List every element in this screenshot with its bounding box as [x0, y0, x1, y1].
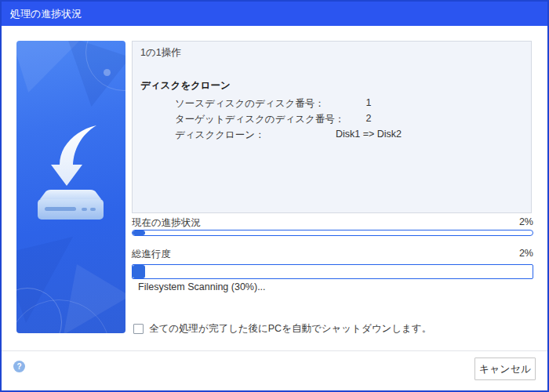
current-progress-bar	[132, 230, 533, 236]
cancel-button[interactable]: キャンセル	[474, 358, 536, 380]
title-bar: 処理の進捗状況	[2, 2, 547, 26]
task-title: ディスクをクローン	[140, 79, 523, 93]
operation-detail-row: ソースディスクのディスク番号： 1	[175, 97, 523, 108]
shutdown-checkbox[interactable]	[133, 324, 144, 334]
total-progress-percent: 2%	[519, 248, 533, 261]
detail-label: ソースディスクのディスク番号：	[175, 98, 325, 109]
operation-detail-row: ディスククローン： Disk1 => Disk2	[175, 129, 523, 140]
decor-polygon	[16, 41, 79, 93]
footer-divider	[2, 350, 547, 351]
total-progress-bar	[132, 264, 533, 279]
clone-illustration-panel	[16, 41, 125, 333]
question-icon: ?	[16, 362, 21, 371]
detail-value: 1	[329, 97, 408, 108]
current-progress-label: 現在の進捗状況	[132, 216, 201, 230]
total-progress-row: 総進行度 2%	[132, 248, 533, 261]
shutdown-option-row: 全ての処理が完了した後にPCを自動でシャットダウンします。	[133, 322, 431, 336]
decor-dot	[104, 69, 111, 76]
help-button[interactable]: ?	[13, 361, 25, 372]
disk-download-icon	[27, 124, 114, 234]
operation-counter: 1の1操作	[140, 46, 523, 60]
total-progress-label: 総進行度	[132, 248, 171, 261]
current-progress-row: 現在の進捗状況 2%	[132, 216, 533, 230]
operation-detail-row: ターゲットディスクのディスク番号： 2	[175, 113, 523, 124]
detail-value: Disk1 => Disk2	[329, 129, 408, 140]
total-progress-fill	[133, 265, 145, 278]
status-text: Filesystem Scanning (30%)...	[138, 281, 266, 292]
detail-value: 2	[329, 113, 408, 124]
dialog-title: 処理の進捗状況	[10, 7, 82, 21]
detail-label: ディスククローン：	[175, 129, 265, 140]
operation-info-panel: 1の1操作 ディスクをクローン ソースディスクのディスク番号： 1 ターゲットデ…	[132, 41, 532, 213]
dialog-window: 処理の進捗状況	[0, 0, 549, 392]
detail-label: ターゲットディスクのディスク番号：	[175, 114, 344, 125]
current-progress-fill	[133, 230, 145, 235]
shutdown-checkbox-label[interactable]: 全ての処理が完了した後にPCを自動でシャットダウンします。	[149, 322, 431, 336]
current-progress-percent: 2%	[519, 216, 533, 230]
